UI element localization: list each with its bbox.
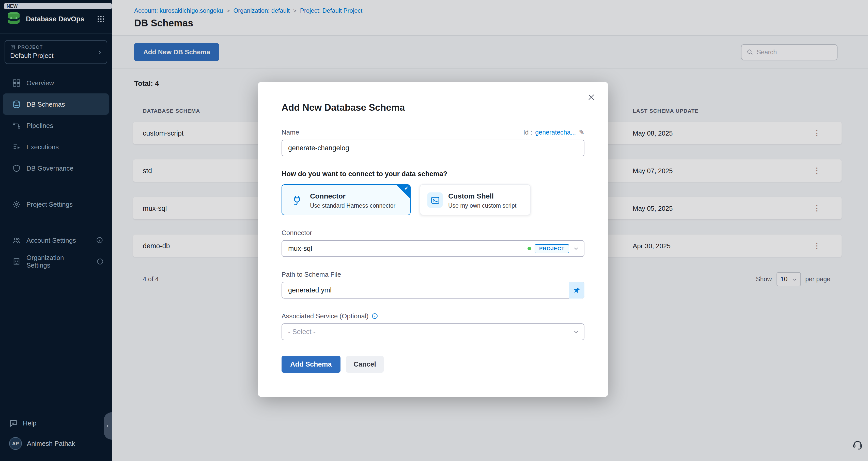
add-schema-submit-button[interactable]: Add Schema <box>282 356 340 373</box>
modal-title: Add New Database Schema <box>282 102 584 113</box>
option-connector[interactable]: Connector Use standard Harness connector… <box>282 184 411 215</box>
service-value: - Select - <box>288 328 573 336</box>
option-subtitle: Use standard Harness connector <box>310 203 395 209</box>
connect-question: How do you want to connect to your data … <box>282 170 584 178</box>
id-prefix: Id : <box>523 129 532 136</box>
option-title: Connector <box>310 192 395 200</box>
connector-plug-icon <box>289 192 304 208</box>
name-input[interactable]: generate-changelog <box>282 140 584 156</box>
edit-pencil-icon[interactable]: ✎ <box>579 128 584 136</box>
pin-icon[interactable] <box>569 282 584 299</box>
option-subtitle: Use my own custom script <box>448 203 516 209</box>
path-input[interactable]: generated.yml <box>282 282 584 299</box>
connector-select[interactable]: mux-sql PROJECT <box>282 240 584 257</box>
status-dot <box>528 247 531 250</box>
connector-value: mux-sql <box>288 245 528 252</box>
cancel-button[interactable]: Cancel <box>346 356 384 373</box>
id-value[interactable]: generatecha... <box>535 129 576 136</box>
info-icon[interactable] <box>372 313 378 319</box>
path-label: Path to Schema File <box>282 271 584 278</box>
option-title: Custom Shell <box>448 192 516 200</box>
terminal-icon <box>427 192 443 208</box>
close-icon[interactable] <box>587 93 596 102</box>
scope-badge: PROJECT <box>535 244 569 253</box>
option-custom-shell[interactable]: Custom Shell Use my own custom script <box>420 184 531 215</box>
connector-label: Connector <box>282 229 584 237</box>
add-schema-modal: Add New Database Schema Name Id : genera… <box>258 82 608 397</box>
service-label: Associated Service (Optional) <box>282 312 369 320</box>
chevron-down-icon <box>573 329 579 335</box>
check-icon: ✓ <box>404 185 409 191</box>
name-label: Name <box>282 128 299 136</box>
service-select[interactable]: - Select - <box>282 323 584 340</box>
chevron-down-icon <box>573 246 579 251</box>
